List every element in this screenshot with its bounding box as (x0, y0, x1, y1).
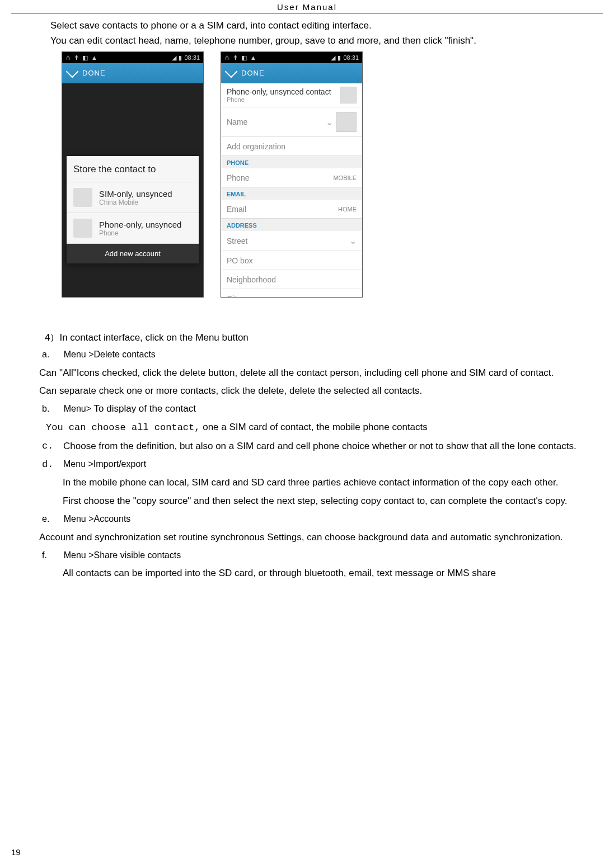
add-organization[interactable]: Add organization (221, 137, 362, 156)
item-c-text: Choose from the definition, but also on … (63, 438, 603, 454)
phone-icon (73, 219, 92, 238)
status-bar: ⋔ ✝ ◧ ▲ ◢ ▮ 08:31 (62, 52, 203, 63)
dialog-title: Store the contact to (67, 156, 199, 182)
item-b-p1: You can choose all contact, one a SIM ca… (46, 420, 603, 435)
item-d-title: Menu >Import/export (63, 457, 603, 472)
item-b: b. Menu> To display of the contact (42, 402, 603, 416)
item-d-p2: First choose the "copy source" and then … (63, 494, 603, 508)
icon-status3: ◧ (82, 54, 88, 62)
header-title: Phone-only, unsynced contact (227, 87, 331, 96)
item-e-p1: Account and synchronization set routine … (39, 530, 603, 545)
header-rule (11, 13, 603, 13)
section-address: ADDRESS (221, 219, 362, 231)
item-a: a. Menu >Delete contacts (42, 347, 603, 362)
avatar-icon[interactable] (336, 112, 357, 132)
item-a-title: Menu >Delete contacts (64, 350, 156, 359)
sim-sub: China Mobile (99, 199, 172, 206)
pobox-field[interactable]: PO box (221, 251, 362, 270)
sim-icon (73, 188, 92, 207)
intro-paragraph: Select save contacts to phone or a a SIM… (50, 18, 603, 48)
checkmark-icon (66, 65, 79, 78)
item-d-p1: In the mobile phone can local, SIM card … (63, 475, 603, 490)
item-b-rest: To display of the contact (94, 403, 196, 414)
phone-type[interactable]: MOBILE (333, 174, 357, 181)
icon-status3: ◧ (241, 54, 247, 62)
item-c: c. Choose from the definition, but also … (42, 438, 603, 454)
intro-line1: Select save contacts to phone or a a SIM… (50, 18, 603, 33)
status-bar: ⋔ ✝ ◧ ▲ ◢ ▮ 08:31 (221, 52, 362, 63)
street-field[interactable]: Street ⌄ (221, 231, 362, 251)
phone-title: Phone-only, unsynced (99, 220, 181, 229)
item-e-title: Menu >Accounts (64, 514, 131, 523)
step-4: 4）In contact interface, click on the Men… (45, 331, 603, 344)
icon-status2: ✝ (233, 54, 238, 62)
chevron-down-icon[interactable]: ⌄ (349, 235, 357, 246)
account-sim[interactable]: SIM-only, unsynced China Mobile (67, 182, 199, 213)
item-f-p1: All contacts can be imported into the SD… (63, 566, 603, 581)
account-header[interactable]: Phone-only, unsynced contact Phone (221, 83, 362, 107)
sim-title: SIM-only, unsynced (99, 189, 172, 199)
item-f-title: Menu >Share visible contacts (64, 550, 181, 560)
done-bar[interactable]: DONE (221, 63, 362, 83)
icon-status1: ⋔ (65, 54, 71, 62)
neighborhood-field[interactable]: Neighborhood (221, 270, 362, 289)
battery-icon: ▮ (338, 54, 341, 62)
icon-status2: ✝ (74, 54, 79, 62)
icon-status4: ▲ (250, 54, 256, 62)
city-field[interactable]: City (221, 289, 362, 298)
text-content: 4）In contact interface, click on the Men… (11, 331, 603, 435)
dark-background: Store the contact to SIM-only, unsynced … (62, 83, 203, 297)
page-number: 19 (11, 847, 21, 857)
chevron-down-icon[interactable]: ⌄ (326, 117, 333, 128)
signal-icon: ◢ (331, 54, 335, 62)
screenshots-row: ⋔ ✝ ◧ ▲ ◢ ▮ 08:31 DONE Store the contact… (62, 51, 603, 298)
icon-status4: ▲ (91, 54, 97, 62)
clock: 08:31 (343, 54, 359, 61)
signal-icon: ◢ (172, 54, 176, 62)
add-new-account-button[interactable]: Add new account (67, 244, 199, 263)
email-field[interactable]: Email HOME (221, 200, 362, 219)
item-a-p2: Can separate check one or more contacts,… (39, 384, 603, 398)
item-a-p1: Can "All"Icons checked, click the delete… (39, 366, 603, 380)
section-email: EMAIL (221, 187, 362, 200)
item-f: f. Menu >Share visible contacts (42, 548, 603, 563)
page-header: User Manual (11, 0, 603, 13)
done-label: DONE (241, 69, 265, 77)
email-type[interactable]: HOME (338, 206, 357, 213)
store-dialog: Store the contact to SIM-only, unsynced … (67, 156, 199, 263)
screenshot-edit-contact: ⋔ ✝ ◧ ▲ ◢ ▮ 08:31 DONE Phone-only, unsyn… (221, 51, 363, 298)
screenshot-store-contact: ⋔ ✝ ◧ ▲ ◢ ▮ 08:31 DONE Store the contact… (62, 51, 204, 298)
name-field[interactable]: Name ⌄ (221, 107, 362, 137)
intro-line2: You can edit contact head, name, telepho… (50, 33, 603, 48)
clock: 08:31 (184, 54, 200, 61)
account-phone[interactable]: Phone-only, unsynced Phone (67, 213, 199, 244)
item-b-prefix: Menu> (64, 404, 94, 413)
section-phone: PHONE (221, 156, 362, 168)
icon-status1: ⋔ (224, 54, 229, 62)
item-e: e. Menu >Accounts (42, 512, 603, 526)
done-bar[interactable]: DONE (62, 63, 203, 83)
name-label: Name (227, 117, 247, 126)
done-label: DONE (82, 69, 106, 77)
phone-sub: Phone (99, 229, 181, 237)
phone-field[interactable]: Phone MOBILE (221, 168, 362, 187)
item-d: d. Menu >Import/export (42, 457, 603, 472)
header-sub: Phone (227, 96, 331, 103)
edit-body: Phone-only, unsynced contact Phone Name … (221, 83, 362, 298)
account-square-icon (340, 87, 357, 103)
battery-icon: ▮ (179, 54, 182, 62)
checkmark-icon (225, 65, 238, 78)
